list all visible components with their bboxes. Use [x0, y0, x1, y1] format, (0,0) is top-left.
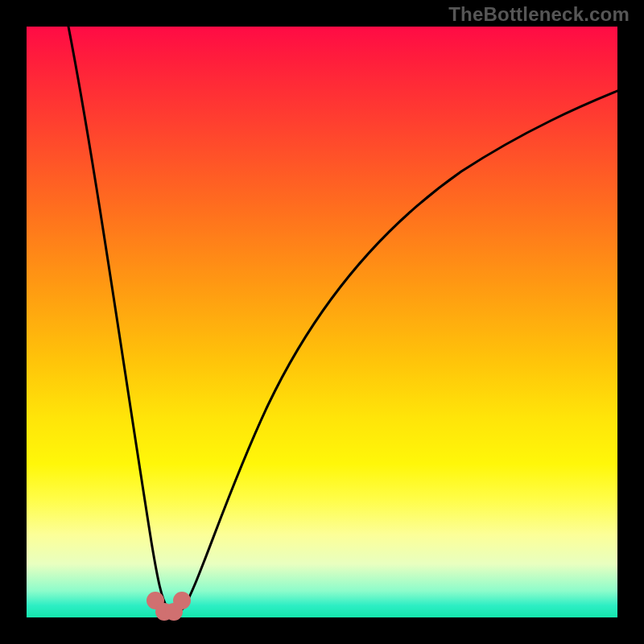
plot-area — [27, 27, 617, 617]
chart-frame: TheBottleneck.com — [0, 0, 644, 644]
watermark-text: TheBottleneck.com — [448, 3, 630, 26]
curve-path — [68, 27, 617, 613]
bottleneck-curve — [27, 27, 617, 617]
dip-marker-4 — [173, 592, 191, 609]
